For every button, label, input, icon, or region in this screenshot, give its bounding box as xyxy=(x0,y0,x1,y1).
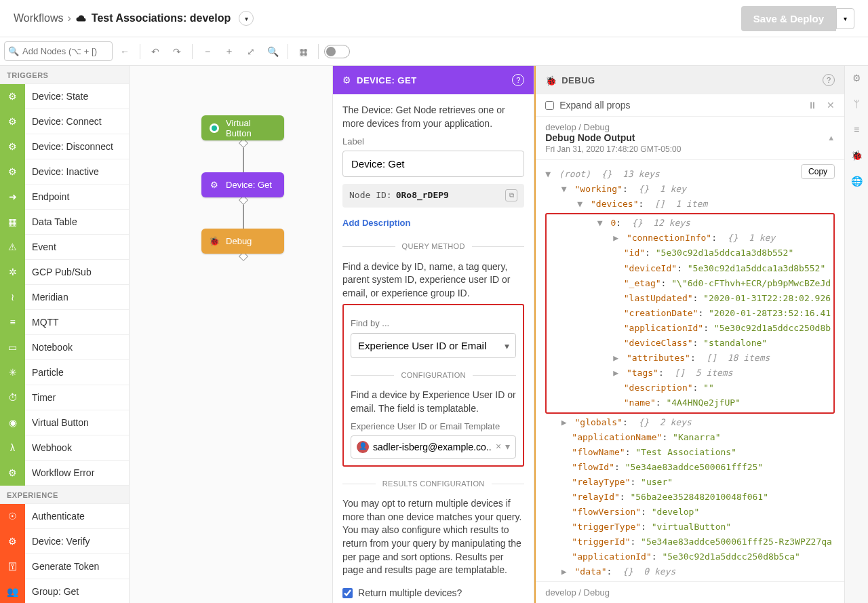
expand-all-label: Expand all props xyxy=(559,100,630,111)
sidebar-item[interactable]: ✲GCP Pub/Sub xyxy=(0,260,129,285)
sidebar-item[interactable]: ⚙Device: Verify xyxy=(0,529,129,554)
configuration-desc: Find a device by Experience User ID or e… xyxy=(351,389,516,415)
sidebar-item-label: MQTT xyxy=(25,317,59,328)
sidebar-item[interactable]: ⚿Generate Token xyxy=(0,554,129,579)
debug-json-view[interactable]: Copy ▼ (root) {} 13 keys ▼ "working": {}… xyxy=(536,160,844,581)
sidebar-item-label: Generate Token xyxy=(25,561,99,572)
add-nodes-search[interactable] xyxy=(4,41,113,61)
debug-toggle[interactable] xyxy=(324,45,350,58)
help-icon[interactable]: ? xyxy=(512,74,524,86)
node-id-value: 0Ro8_rDEP9 xyxy=(396,189,449,201)
globe-icon[interactable]: 🌐 xyxy=(850,174,863,188)
sidebar-item[interactable]: ≀Meridian xyxy=(0,285,129,310)
zoom-out-button[interactable]: − xyxy=(198,42,217,61)
bug-icon[interactable]: 🐞 xyxy=(850,149,863,162)
user-template-input[interactable]: × ▾ xyxy=(351,435,516,459)
sidebar-item-label: Group: Get xyxy=(25,586,79,597)
storage-icon[interactable]: ≡ xyxy=(850,123,863,136)
save-deploy-dropdown[interactable]: ▾ xyxy=(836,8,854,29)
add-description-link[interactable]: Add Description xyxy=(342,217,410,229)
sidebar-item-label: Virtual Button xyxy=(25,417,89,428)
sidebar-item-label: Event xyxy=(25,241,56,252)
workflow-version-dropdown[interactable]: ▾ xyxy=(239,11,254,26)
trigger-icon: ≡ xyxy=(0,310,25,335)
sidebar-item[interactable]: ⚙Workflow Error xyxy=(0,461,129,486)
breadcrumb-sep: › xyxy=(68,12,71,24)
trigger-icon: ◉ xyxy=(0,410,25,435)
trigger-icon: ≀ xyxy=(0,285,25,310)
sidebar-item-label: Device: State xyxy=(25,91,88,102)
findby-label: Find by ... xyxy=(351,317,516,330)
debug-footer-crumb: develop / Debug xyxy=(536,581,844,603)
save-deploy-button[interactable]: Save & Deploy xyxy=(741,6,836,31)
label-field-label: Label xyxy=(342,136,524,148)
debug-timestamp: Fri Jan 31, 2020 17:48:20 GMT-05:00 xyxy=(536,143,844,160)
findby-select[interactable] xyxy=(351,333,516,358)
node-virtual-button[interactable]: Virtual Button xyxy=(201,115,284,140)
template-value-input[interactable] xyxy=(373,442,492,452)
trigger-icon: ✲ xyxy=(0,260,25,285)
workflow-canvas[interactable]: Virtual Button ⚙ Device: Get 🐞 Debug xyxy=(130,66,333,603)
trigger-icon: ⚙ xyxy=(0,134,25,159)
settings-icon[interactable]: ⚙ xyxy=(850,71,863,85)
node-config-panel: ⚙ DEVICE: GET ? The Device: Get Node ret… xyxy=(333,66,534,603)
sidebar-item[interactable]: ⚙Device: Inactive xyxy=(0,159,129,184)
label-input[interactable] xyxy=(342,151,524,177)
node-device-get[interactable]: ⚙ Device: Get xyxy=(201,172,284,197)
sidebar-item-label: Data Table xyxy=(25,216,77,227)
sidebar-item[interactable]: ➜Endpoint xyxy=(0,184,129,210)
pause-button[interactable]: ⏸ xyxy=(808,100,817,111)
sidebar-item-label: Device: Connect xyxy=(25,116,102,127)
debug-panel: 🐞 DEBUG ? Expand all props ⏸ ✕ develop /… xyxy=(534,66,844,603)
canvas-toolbar: 🔍 ← ↶ ↷ − ＋ ⤢ 🔍 ▦ xyxy=(0,37,868,66)
svg-point-1 xyxy=(212,125,217,131)
sidebar-item[interactable]: λWebhook xyxy=(0,435,129,461)
undo-button[interactable]: ↶ xyxy=(146,42,165,61)
dot-icon xyxy=(208,122,220,134)
zoom-in-button[interactable]: ＋ xyxy=(220,42,239,61)
return-multiple-row[interactable]: Return multiple devices? xyxy=(342,587,524,600)
breadcrumb-workflows[interactable]: Workflows xyxy=(14,12,64,24)
sidebar-item-label: GCP Pub/Sub xyxy=(25,267,92,277)
sidebar-item[interactable]: ≡MQTT xyxy=(0,310,129,335)
sidebar-item[interactable]: ⚠Event xyxy=(0,235,129,260)
sidebar-item[interactable]: ⏱Timer xyxy=(0,385,129,410)
sidebar-item[interactable]: ⚙Device: State xyxy=(0,84,129,109)
node-debug[interactable]: 🐞 Debug xyxy=(201,229,284,254)
search-canvas-button[interactable]: 🔍 xyxy=(263,42,282,61)
help-icon[interactable]: ? xyxy=(823,74,835,86)
results-config-desc: You may opt to return multiple devices i… xyxy=(342,497,524,577)
sidebar-item[interactable]: ▭Notebook xyxy=(0,335,129,360)
gear-icon: ⚙ xyxy=(342,75,351,85)
sidebar-item[interactable]: 👥Group: Get xyxy=(0,579,129,603)
zoom-fit-button[interactable]: ⤢ xyxy=(241,42,260,61)
back-button[interactable]: ← xyxy=(115,42,134,61)
sidebar-item[interactable]: ⚙Device: Connect xyxy=(0,109,129,134)
trigger-icon: ☉ xyxy=(0,504,25,529)
clear-template-button[interactable]: × xyxy=(496,440,501,454)
sidebar-item[interactable]: ☉Authenticate xyxy=(0,504,129,529)
collapse-output-icon[interactable]: ▲ xyxy=(827,134,835,142)
sidebar-item[interactable]: ⚙Device: Disconnect xyxy=(0,134,129,159)
debug-path: develop / Debug xyxy=(536,117,844,132)
close-debug-button[interactable]: ✕ xyxy=(827,100,835,111)
config-panel-title: DEVICE: GET xyxy=(357,75,417,85)
experience-section-title: EXPERIENCE xyxy=(0,486,129,504)
sidebar-item[interactable]: ◉Virtual Button xyxy=(0,410,129,435)
sidebar-item-label: Particle xyxy=(25,367,64,378)
copy-json-button[interactable]: Copy xyxy=(801,164,835,179)
redo-button[interactable]: ↷ xyxy=(167,42,186,61)
add-button[interactable]: ▦ xyxy=(294,42,313,61)
copy-nodeid-button[interactable]: ⧉ xyxy=(505,189,517,201)
debug-output-title: Debug Node Output xyxy=(545,132,635,143)
template-dropdown-button[interactable]: ▾ xyxy=(505,440,510,454)
sidebar-item[interactable]: ▦Data Table xyxy=(0,210,129,235)
trigger-icon: ⚙ xyxy=(0,159,25,184)
sidebar-item-label: Workflow Error xyxy=(25,467,94,478)
sidebar-item-label: Device: Verify xyxy=(25,536,90,547)
sidebar-item-label: Meridian xyxy=(25,292,68,303)
sidebar-item[interactable]: ✳Particle xyxy=(0,360,129,385)
branch-icon[interactable]: ᛘ xyxy=(850,97,863,111)
return-multiple-checkbox[interactable] xyxy=(342,588,353,598)
expand-all-checkbox[interactable] xyxy=(545,101,554,110)
